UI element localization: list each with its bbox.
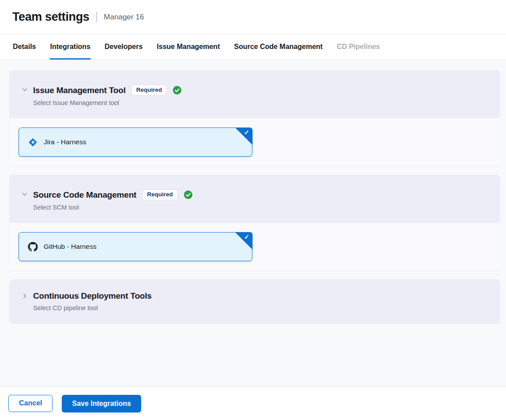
github-icon — [28, 242, 38, 252]
green-check-circle-icon — [172, 86, 182, 95]
section-subtitle: Select Issue Management tool — [33, 99, 182, 106]
green-check-circle-icon — [184, 190, 193, 199]
option-label: GitHub - Harness — [44, 243, 97, 251]
save-integrations-button[interactable]: Save Integrations — [62, 395, 141, 412]
integrations-panel: Issue Management Tool Required Select Is… — [0, 60, 506, 386]
chevron-right-icon — [21, 292, 28, 301]
tab-cd-pipelines: CD Pipelines — [336, 34, 380, 59]
option-github-harness[interactable]: GitHub - Harness ✓ — [19, 232, 252, 261]
jira-icon — [28, 137, 38, 147]
section-issue-management-body: Jira - Harness ✓ — [9, 118, 500, 166]
required-badge: Required — [131, 85, 167, 96]
selected-check-icon: ✓ — [244, 233, 249, 240]
section-title: Continuous Deployment Tools — [33, 291, 152, 301]
section-cd-header[interactable]: Continuous Deployment Tools Select CD pi… — [9, 279, 500, 323]
section-issue-management-header[interactable]: Issue Management Tool Required Select Is… — [9, 70, 500, 118]
tab-source-code-management[interactable]: Source Code Management — [233, 34, 323, 59]
chevron-down-icon — [21, 86, 28, 95]
section-scm-body: GitHub - Harness ✓ — [9, 223, 500, 270]
section-issue-management-tool: Issue Management Tool Required Select Is… — [9, 70, 500, 166]
section-source-code-management: Source Code Management Required Select S… — [9, 175, 500, 270]
title-divider — [96, 11, 97, 22]
cancel-button[interactable]: Cancel — [8, 395, 52, 412]
chevron-down-icon — [21, 191, 28, 199]
team-name-label: Manager 16 — [104, 13, 144, 22]
selected-check-icon: ✓ — [244, 129, 249, 136]
section-continuous-deployment-tools: Continuous Deployment Tools Select CD pi… — [9, 279, 500, 323]
tab-details[interactable]: Details — [12, 34, 36, 59]
page-header: Team settings Manager 16 — [0, 0, 506, 34]
section-subtitle: Select CD pipeline tool — [33, 304, 152, 311]
footer-action-bar: Cancel Save Integrations — [0, 386, 506, 420]
section-title: Issue Management Tool — [33, 86, 126, 95]
option-label: Jira - Harness — [44, 138, 86, 146]
tab-bar: Details Integrations Developers Issue Ma… — [0, 34, 506, 60]
page-title: Team settings — [12, 10, 89, 24]
tab-developers[interactable]: Developers — [104, 34, 143, 59]
required-badge: Required — [142, 189, 178, 200]
section-subtitle: Select SCM tool — [33, 204, 193, 211]
option-jira-harness[interactable]: Jira - Harness ✓ — [19, 128, 252, 157]
tab-integrations[interactable]: Integrations — [49, 34, 91, 59]
section-title: Source Code Management — [33, 190, 136, 200]
tab-issue-management[interactable]: Issue Management — [156, 34, 220, 59]
section-scm-header[interactable]: Source Code Management Required Select S… — [9, 175, 500, 223]
